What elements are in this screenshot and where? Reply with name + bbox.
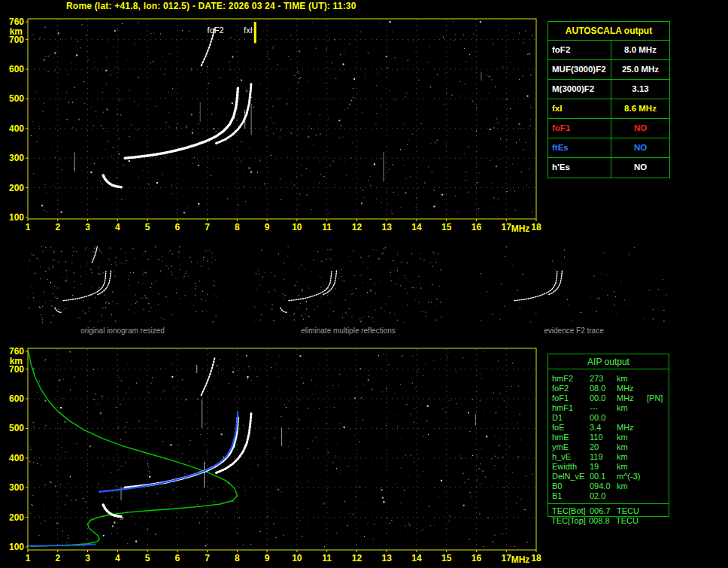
aip-row-TEC-Bot: TEC[Bot]006.7TECU [548, 506, 669, 516]
y-tick-label: 760 [9, 17, 24, 27]
aip-row-Ewidth: Ewidth19km [548, 462, 669, 472]
thumb-series-F2-O-trace [63, 272, 106, 301]
x-tick-label: 16 [472, 222, 482, 232]
aip-param-note [646, 516, 669, 526]
aip-param-value: 19 [590, 462, 617, 472]
x-tick-label: 17 [502, 553, 512, 563]
series-F2-O-trace [125, 87, 238, 159]
aip-param-name: D1 [552, 413, 590, 423]
aip-row-foE: foE3.4MHz [548, 423, 669, 433]
x-tick-label: 5 [145, 553, 150, 563]
aip-param-unit: km [617, 403, 647, 413]
autoscala-param-value: NO [611, 119, 669, 138]
thumbnail-evidence-f2-trace [480, 247, 666, 323]
x-tick-label: 3 [85, 553, 90, 563]
autoscala-param-value: 8.6 MHz [611, 99, 669, 118]
x-tick-label: 15 [441, 553, 452, 563]
x-tick-label: 7 [205, 222, 210, 232]
aip-param-unit: km [617, 481, 647, 491]
x-tick-label: 8 [235, 553, 240, 563]
aip-param-value: 3.4 [590, 423, 617, 433]
x-tick-label: 1 [26, 222, 31, 232]
y-tick-label: 200 [9, 183, 24, 193]
y-tick-label: 600 [9, 64, 24, 74]
series-Es-trace [103, 175, 121, 187]
autoscala-row-1: foF28.0 MHz [548, 41, 669, 60]
aip-param-value: 08.0 [590, 384, 617, 393]
x-axis-unit-label: MHz [511, 223, 530, 234]
x-tick-label: 2 [55, 222, 60, 232]
aip-param-name: TEC[Bot] [552, 506, 590, 516]
aip-param-unit [617, 491, 647, 501]
series-F2-second-reflection [202, 357, 215, 395]
y-tick-label: 400 [9, 123, 24, 134]
aip-row-B1: B102.0 [548, 491, 669, 501]
x-tick-label: 6 [174, 222, 180, 232]
aip-param-unit: MHz [617, 384, 647, 393]
aip-param-note [647, 472, 669, 481]
x-tick-label: 11 [322, 222, 332, 232]
x-tick-label: 14 [411, 222, 422, 232]
autoscala-row-2: MUF(3000)F225.0 MHz [548, 60, 669, 80]
autoscala-param-label: MUF(3000)F2 [548, 60, 611, 79]
plot-frame [28, 19, 536, 219]
aip-param-note [647, 433, 669, 442]
aip-row-ymE: ymE20km [548, 442, 669, 452]
aip-param-value: 094.0 [590, 481, 617, 491]
aip-param-note [647, 506, 669, 516]
autoscala-param-value: 25.0 MHz [611, 60, 669, 79]
aip-param-unit: km [617, 433, 647, 442]
aip-tec-separator [548, 503, 669, 504]
y-tick-label: 300 [9, 153, 24, 163]
thumb-series-F2-O-trace [514, 272, 557, 301]
aip-param-value: --- [590, 403, 617, 413]
x-tick-label: 18 [531, 553, 541, 563]
annotation-label-fxI: fxI [244, 26, 253, 35]
x-tick-label: 12 [352, 553, 362, 563]
aip-param-note [647, 491, 669, 501]
aip-param-unit: km [617, 452, 647, 462]
aip-param-note [647, 423, 669, 433]
aip-param-note [647, 452, 669, 462]
aip-param-unit: m^(-3) [617, 472, 647, 481]
autoscala-row-5: foF1NO [548, 119, 669, 138]
aip-param-name: hmE [552, 433, 590, 442]
autoscala-param-label: h'Es [548, 158, 611, 178]
aip-param-value: 273 [590, 374, 617, 384]
aip-param-value: 20 [590, 442, 617, 452]
aip-param-note [647, 374, 669, 384]
x-tick-label: 3 [85, 222, 90, 232]
aip-param-note [647, 462, 669, 472]
aip-param-value: 006.7 [590, 506, 617, 516]
aip-param-name: B0 [552, 481, 590, 491]
aip-tec-top-row: TEC[Top]008.8TECU [548, 516, 669, 526]
thumbnail-eliminate-multiples [254, 246, 442, 323]
aip-param-value: 00.1 [590, 472, 617, 481]
autoscala-param-label: fxI [548, 99, 611, 118]
aip-param-name: h_vE [552, 452, 590, 462]
aip-param-name: TEC[Top] [551, 516, 589, 526]
annotation-label-foF2: foF2 [208, 26, 224, 35]
aip-param-value: 110 [590, 433, 617, 442]
aip-param-note: [PN] [647, 393, 669, 403]
aip-param-note [647, 403, 669, 413]
aip-param-value: 02.0 [590, 491, 617, 501]
x-tick-label: 12 [352, 222, 362, 232]
x-tick-label: 13 [381, 553, 392, 563]
autoscala-param-label: ftEs [548, 138, 611, 157]
thumbnail-caption-f2trace: evidence F2 trace [478, 327, 670, 335]
aip-row-TEC-Top: TEC[Top]008.8TECU [548, 516, 669, 526]
x-tick-label: 9 [265, 553, 270, 563]
thumb-series-F2-O-trace [289, 272, 332, 301]
x-tick-label: 4 [115, 222, 120, 232]
aip-row-hmE: hmE110km [548, 433, 669, 442]
aip-param-unit: km [617, 462, 647, 472]
x-tick-label: 2 [55, 553, 60, 563]
thumbnail-caption-filtered: eliminate multiple reflections [252, 327, 444, 335]
aip-param-note [647, 413, 669, 423]
x-tick-label: 16 [472, 553, 482, 563]
aip-param-unit: km [617, 442, 647, 452]
y-tick-label: 600 [9, 393, 24, 404]
aip-tec-bottom-row: TEC[Bot]006.7TECU [548, 506, 669, 516]
autoscala-param-label: M(3000)F2 [548, 80, 611, 99]
